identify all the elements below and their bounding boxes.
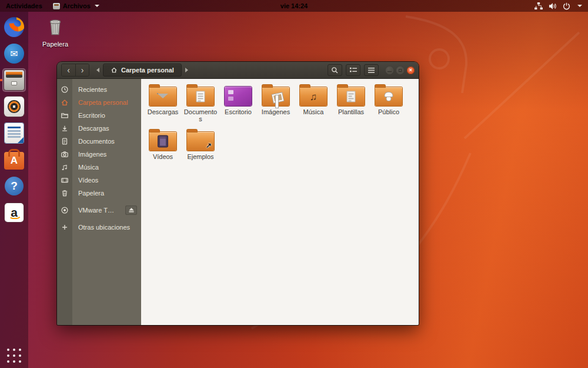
view-list-icon: [349, 67, 358, 74]
plus-icon: [61, 223, 69, 231]
folder-public-icon: [375, 87, 402, 106]
rhythmbox-icon: [4, 97, 24, 117]
eject-button[interactable]: [125, 205, 137, 215]
chevron-down-icon: [95, 5, 99, 7]
shortcut-arrow-icon: ↗: [206, 142, 212, 149]
breadcrumb-label: Carpeta personal: [121, 67, 174, 74]
music-note-icon: [61, 163, 69, 171]
camera-icon: [61, 150, 69, 158]
forward-button[interactable]: ›: [75, 64, 89, 76]
show-applications-button[interactable]: [6, 348, 22, 363]
trash-icon: [45, 16, 66, 37]
sidebar-item-musica[interactable]: Música: [57, 161, 141, 174]
pathbar-scroll-left-icon[interactable]: [96, 68, 99, 72]
breadcrumb[interactable]: Carpeta personal: [103, 64, 182, 77]
system-status-area[interactable]: [534, 2, 588, 10]
home-icon: [111, 67, 118, 74]
file-grid[interactable]: Descargas Documentos Escritorio Imágenes: [141, 79, 419, 325]
dock-writer-button[interactable]: [2, 121, 26, 145]
folder-download-icon: [149, 87, 176, 106]
sidebar-item-documentos[interactable]: Documentos: [57, 135, 141, 148]
files-window: ‹ › Carpeta personal: [57, 62, 419, 325]
activities-button[interactable]: Actividades: [6, 2, 42, 9]
back-button[interactable]: ‹: [62, 64, 75, 76]
dock-firefox-button[interactable]: [2, 15, 26, 39]
libreoffice-writer-icon: [5, 123, 24, 143]
ubuntu-software-icon: A: [4, 152, 24, 170]
file-item-videos[interactable]: Vídeos: [145, 127, 181, 160]
clock-icon: [61, 85, 69, 94]
sidebar-item-imagenes[interactable]: Imágenes: [57, 148, 141, 161]
search-button[interactable]: [328, 64, 342, 76]
document-icon: [61, 137, 69, 145]
pathbar-scroll-right-icon[interactable]: [185, 68, 188, 72]
power-icon: [563, 2, 570, 10]
file-item-musica[interactable]: ♫ Música: [295, 82, 332, 122]
file-item-escritorio[interactable]: Escritorio: [220, 82, 256, 122]
close-button[interactable]: ×: [407, 67, 415, 74]
folder-images-icon: [262, 87, 289, 106]
sidebar-item-otras-ubicaciones[interactable]: Otras ubicaciones: [57, 221, 141, 234]
folder-music-icon: ♫: [300, 87, 327, 106]
dock: ✉ A ? a: [0, 12, 28, 368]
dock-thunderbird-button[interactable]: ✉: [2, 42, 26, 65]
dock-files-button[interactable]: [2, 68, 26, 92]
film-icon: [61, 176, 69, 184]
file-item-ejemplos[interactable]: ↗ Ejemplos: [182, 127, 219, 160]
search-icon: [331, 67, 339, 74]
dock-help-button[interactable]: ?: [2, 174, 26, 198]
clock-button[interactable]: vie 14:24: [280, 2, 308, 9]
disc-icon: [61, 206, 69, 214]
network-icon: [534, 2, 543, 10]
thunderbird-icon: ✉: [4, 44, 24, 64]
dock-amazon-button[interactable]: a: [2, 201, 26, 224]
folder-videos-icon: [149, 132, 176, 151]
trash-label: Papelera: [39, 41, 72, 48]
menu-icon: [368, 67, 375, 74]
places-sidebar: Recientes Carpeta personal Escritorio De…: [57, 79, 141, 325]
download-icon: [61, 124, 69, 132]
firefox-icon: [4, 17, 24, 37]
music-note-icon: ♫: [310, 92, 318, 102]
folder-shortcut-icon: ↗: [187, 132, 214, 151]
sidebar-item-videos[interactable]: Vídeos: [57, 174, 141, 187]
view-toggle-button[interactable]: [346, 64, 360, 76]
desktop-folder-icon: [225, 87, 252, 106]
sidebar-item-carpeta-personal[interactable]: Carpeta personal: [57, 96, 141, 109]
folder-templates-icon: [338, 87, 365, 106]
menu-button[interactable]: [364, 64, 379, 76]
minimize-button[interactable]: [386, 67, 393, 74]
file-item-descargas[interactable]: Descargas: [145, 82, 181, 122]
file-item-documentos[interactable]: Documentos: [182, 82, 219, 122]
chevron-down-icon: [577, 5, 582, 7]
folder-icon: [61, 111, 69, 120]
files-app-icon: [53, 3, 60, 9]
file-item-plantillas[interactable]: Plantillas: [333, 82, 369, 122]
app-menu-label: Archivos: [63, 2, 91, 9]
trash-icon: [61, 189, 69, 197]
file-item-imagenes[interactable]: Imágenes: [258, 82, 294, 122]
eject-icon: [128, 207, 135, 213]
headerbar: ‹ › Carpeta personal: [57, 62, 419, 79]
file-item-publico[interactable]: Público: [370, 82, 407, 122]
maximize-button[interactable]: [396, 67, 404, 74]
app-menu-button[interactable]: Archivos: [53, 2, 99, 9]
sidebar-item-descargas[interactable]: Descargas: [57, 122, 141, 135]
help-icon: ?: [5, 177, 24, 195]
files-icon: [4, 70, 24, 90]
folder-documents-icon: [187, 87, 214, 106]
amazon-icon: a: [5, 203, 24, 222]
sidebar-item-vmware[interactable]: VMware T…: [57, 204, 141, 217]
desktop-trash-item[interactable]: Papelera: [39, 16, 72, 48]
sidebar-item-recientes[interactable]: Recientes: [57, 83, 141, 96]
home-icon: [61, 98, 69, 107]
dock-software-button[interactable]: A: [2, 148, 26, 171]
sidebar-item-escritorio[interactable]: Escritorio: [57, 109, 141, 122]
dock-rhythmbox-button[interactable]: [2, 95, 26, 118]
sidebar-item-papelera[interactable]: Papelera: [57, 187, 141, 200]
top-bar: Actividades Archivos vie 14:24: [0, 0, 588, 12]
volume-icon: [549, 2, 557, 10]
